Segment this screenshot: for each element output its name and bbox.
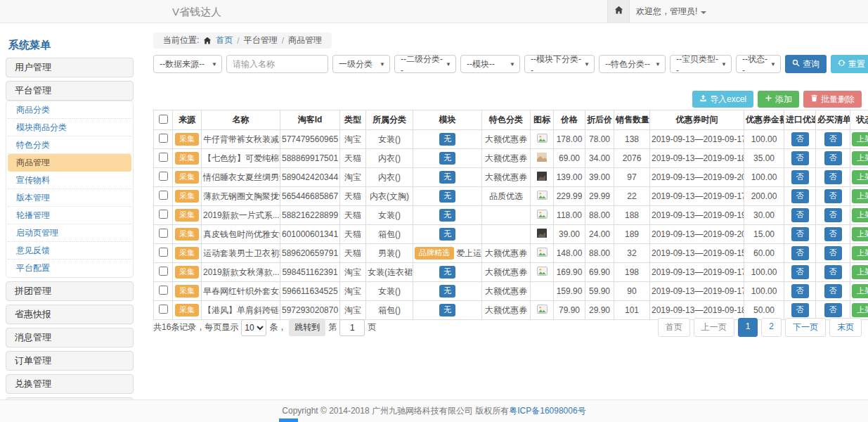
page-button-末页[interactable]: 末页 xyxy=(829,318,862,337)
cell-coupon-amount: 100.00 xyxy=(744,263,784,282)
import-select-toggle[interactable]: 否 xyxy=(791,246,809,260)
column-header-价格: 价格 xyxy=(554,110,585,130)
sidebar-group-订单管理[interactable]: 订单管理 xyxy=(6,351,134,371)
row-checkbox[interactable] xyxy=(159,210,168,219)
status-toggle[interactable]: 上架 xyxy=(852,151,868,165)
module-badge: 无 xyxy=(439,228,455,240)
feature-category-select[interactable]: --特色分类--▼ xyxy=(599,55,666,73)
row-checkbox[interactable] xyxy=(159,286,168,295)
cell-name: 情侣睡衣女夏丝绸男士... xyxy=(202,168,280,187)
import-select-toggle[interactable]: 否 xyxy=(791,284,809,298)
import-select-toggle[interactable]: 否 xyxy=(791,265,809,279)
cell-must-buy: 否 xyxy=(816,130,850,149)
status-toggle[interactable]: 上架 xyxy=(852,170,868,184)
select-all-checkbox[interactable] xyxy=(159,115,168,124)
cell-discount-price: 24.00 xyxy=(585,225,614,244)
sidebar-item-特色分类[interactable]: 特色分类 xyxy=(8,136,131,154)
must-buy-toggle[interactable]: 否 xyxy=(824,170,842,184)
import-select-toggle[interactable]: 否 xyxy=(791,303,809,316)
page-number-input[interactable] xyxy=(339,319,365,336)
must-buy-toggle[interactable]: 否 xyxy=(824,284,842,298)
must-buy-toggle[interactable]: 否 xyxy=(824,303,842,316)
module-select[interactable]: --模块--▼ xyxy=(460,55,520,73)
sidebar-group-消息管理[interactable]: 消息管理 xyxy=(6,328,134,347)
row-checkbox[interactable] xyxy=(159,153,168,162)
sidebar-item-版本管理[interactable]: 版本管理 xyxy=(8,189,131,207)
batch-delete-button[interactable]: 批量删除 xyxy=(803,91,862,108)
per-page-select[interactable]: 10 xyxy=(241,319,266,336)
page-button-2[interactable]: 2 xyxy=(761,318,782,337)
status-toggle[interactable]: 上架 xyxy=(852,303,868,316)
status-toggle[interactable]: 上架 xyxy=(852,284,868,298)
sidebar-item-启动页管理[interactable]: 启动页管理 xyxy=(8,224,131,242)
must-buy-toggle[interactable]: 否 xyxy=(824,246,842,260)
sidebar-group-兑换管理[interactable]: 兑换管理 xyxy=(6,374,134,394)
sidebar-item-商品管理[interactable]: 商品管理 xyxy=(8,154,131,172)
breadcrumb-home-link[interactable]: 首页 xyxy=(216,34,233,46)
cell-feature: 大额优惠券 xyxy=(482,263,531,282)
row-checkbox[interactable] xyxy=(159,134,168,143)
status-toggle[interactable]: 上架 xyxy=(852,189,868,203)
data-source-select[interactable]: --数据来源--▼ xyxy=(153,55,222,73)
icp-link[interactable]: 粤ICP备16098006号 xyxy=(509,405,585,417)
must-buy-toggle[interactable]: 否 xyxy=(824,208,842,222)
status-toggle[interactable]: 上架 xyxy=(852,132,868,146)
source-badge: 采集 xyxy=(175,209,199,221)
cell-must-buy: 否 xyxy=(816,263,850,282)
row-checkbox[interactable] xyxy=(159,267,168,276)
cell-source: 采集 xyxy=(173,263,202,282)
column-header-来源: 来源 xyxy=(173,110,202,130)
import-select-toggle[interactable]: 否 xyxy=(791,227,809,241)
home-icon xyxy=(203,37,212,45)
status-toggle[interactable]: 上架 xyxy=(852,246,868,260)
row-checkbox[interactable] xyxy=(159,305,168,314)
sidebar-item-轮播管理[interactable]: 轮播管理 xyxy=(8,207,131,224)
must-buy-toggle[interactable]: 否 xyxy=(824,189,842,203)
sidebar-item-商品分类[interactable]: 商品分类 xyxy=(8,101,131,119)
import-select-toggle[interactable]: 否 xyxy=(791,189,809,203)
level2-category-select[interactable]: --二级分类--▼ xyxy=(394,55,456,73)
home-shortcut[interactable] xyxy=(607,0,630,23)
must-buy-toggle[interactable]: 否 xyxy=(824,151,842,165)
status-toggle[interactable]: 上架 xyxy=(852,265,868,279)
sidebar-item-意见反馈[interactable]: 意见反馈 xyxy=(8,242,131,260)
page-button-1[interactable]: 1 xyxy=(738,318,758,337)
cell-discount-price: 39.00 xyxy=(585,168,614,187)
sidebar-group-平台管理[interactable]: 平台管理 xyxy=(6,81,134,101)
must-buy-toggle[interactable]: 否 xyxy=(824,227,842,241)
import-select-toggle[interactable]: 否 xyxy=(791,132,809,146)
sidebar-group-用户管理[interactable]: 用户管理 xyxy=(6,58,134,77)
status-toggle[interactable]: 上架 xyxy=(852,227,868,241)
status-toggle[interactable]: 上架 xyxy=(852,208,868,222)
jump-button[interactable]: 跳转到 xyxy=(289,319,325,336)
name-input[interactable] xyxy=(226,55,328,73)
import-select-toggle[interactable]: 否 xyxy=(791,170,809,184)
level1-category-select[interactable]: 一级分类▼ xyxy=(332,55,390,73)
reset-button[interactable]: 重置 xyxy=(831,55,868,73)
page-button-首页[interactable]: 首页 xyxy=(658,318,690,337)
must-buy-toggle[interactable]: 否 xyxy=(824,265,842,279)
sidebar: 系统菜单 用户管理平台管理商品分类模块商品分类特色分类商品管理宣传物料版本管理轮… xyxy=(6,37,134,421)
import-select-toggle[interactable]: 否 xyxy=(791,208,809,222)
page-button-下一页[interactable]: 下一页 xyxy=(785,318,826,337)
sidebar-item-平台配置[interactable]: 平台配置 xyxy=(8,260,131,277)
sidebar-item-宣传物料[interactable]: 宣传物料 xyxy=(8,172,131,189)
must-buy-toggle[interactable]: 否 xyxy=(824,132,842,146)
status-select[interactable]: --状态--▼ xyxy=(736,55,781,73)
item-type-select[interactable]: --宝贝类型--▼ xyxy=(670,55,732,73)
row-checkbox[interactable] xyxy=(159,229,168,238)
row-checkbox[interactable] xyxy=(159,172,168,181)
import-excel-button[interactable]: 导入excel xyxy=(692,91,753,108)
module-sub-select[interactable]: --模块下分类--▼ xyxy=(524,55,595,73)
import-select-toggle[interactable]: 否 xyxy=(791,151,809,165)
add-button[interactable]: 添加 xyxy=(758,91,799,108)
row-checkbox[interactable] xyxy=(159,248,168,257)
table-row: 采集早春网红针织外套女春...596611634525淘宝女装()无大额优惠券1… xyxy=(154,282,868,301)
search-button[interactable]: 查询 xyxy=(785,55,827,73)
sidebar-item-模块商品分类[interactable]: 模块商品分类 xyxy=(8,119,131,136)
sidebar-group-省惠快报[interactable]: 省惠快报 xyxy=(6,305,134,324)
page-button-上一页[interactable]: 上一页 xyxy=(694,318,734,337)
row-checkbox[interactable] xyxy=(159,191,168,200)
user-menu[interactable]: 欢迎您，管理员! xyxy=(636,0,706,23)
sidebar-group-拼团管理[interactable]: 拼团管理 xyxy=(6,281,134,301)
